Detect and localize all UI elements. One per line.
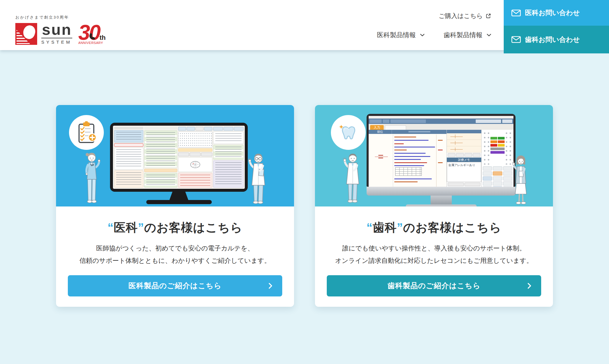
purchase-link-label: ご購入はこちら [439,12,483,20]
brand-name: sun [41,22,72,38]
input-tab[interactable]: 入力 [370,125,384,130]
title-emphasis: 歯科 [373,221,397,234]
monitor-stand [170,192,188,200]
dental-products-cta-button[interactable]: 歯科製品のご紹介はこちら [327,275,541,296]
description-line1: 医師協がつくった、初めてでも安心の電子カルテを、 [96,245,254,252]
dental-contact-button[interactable]: 歯科お問い合わせ [504,26,609,53]
menu-medical-label: 医科製品情報 [377,31,416,40]
memo-panel-title: 診療メモ [447,158,481,162]
doctor-illustration [247,152,270,206]
chevron-right-icon [528,283,531,289]
site-header: おかげさまで創立30周年 sun SYSTEM 30th ANNIVERSARY… [0,0,609,50]
anniversary-label: ANNIVERSARY [78,42,106,44]
soap-notes-panel [114,147,143,170]
chevron-right-icon [269,283,272,289]
logo[interactable]: おかげさまで創立30周年 sun SYSTEM 30th ANNIVERSARY [15,15,106,45]
external-link-icon [485,13,491,19]
patient-info-panel [114,130,143,142]
quote-open: “ [108,221,114,234]
medical-card: “医科”のお客様はこちら 医師協がつくった、初めてでも安心の電子カルテを、 信頼… [56,105,294,307]
title-emphasis: 医科 [114,221,138,234]
nurse-illustration [82,151,103,206]
tooth-notation-mark [375,157,388,157]
tooth-sketch-panel [178,157,212,172]
mouth-diagram-icon [189,160,202,169]
problem-list-panel [178,173,212,188]
tooth-chart-panel [482,130,513,187]
lab-results-panel [213,160,244,188]
monitor-base [406,204,477,206]
purchase-link[interactable]: ご購入はこちら [439,12,491,20]
title-rest: のお客様はこちら [403,221,502,234]
dental-software-monitor: 入力 部位 [367,114,516,206]
monitor-chin [367,187,516,196]
dental-card-hero: 入力 部位 [315,105,553,206]
brand-subname: SYSTEM [41,40,72,44]
description-line2: オンライン請求自動化に対応したレセコンにもご用意しています。 [335,257,533,264]
logo-wordmark: sun SYSTEM [41,22,72,45]
monitor-base [146,200,212,204]
dental-screen-mockup: 入力 部位 [369,116,513,187]
medical-badge [69,115,104,150]
medical-card-description: 医師協がつくった、初めてでも安心の電子カルテを、 信頼のサポート体制とともに、わ… [56,242,294,267]
anniversary-mark: 30th ANNIVERSARY [78,24,106,45]
treatment-list-panel: 部位 [369,130,447,187]
part-column-header: 部位 [369,130,392,134]
monitor-stand [431,196,452,204]
dentist-illustration [342,152,364,206]
command-buttons-grid [483,166,512,186]
history-tab[interactable] [385,125,406,130]
dental-contact-label: 歯科お問い合わせ [525,35,580,44]
calendar-panel [178,132,212,147]
quote-close: ” [138,221,144,234]
title-rest: のお客様はこちら [144,221,243,234]
description-line2: 信頼のサポート体制とともに、わかりやすくご紹介しています。 [79,257,270,264]
description-line1: 誰にでも使いやすい操作性と、導入後も安心のサポート体制。 [342,245,526,252]
monitor-bezel [110,123,248,192]
menu-medical-products[interactable]: 医科製品情報 [377,31,425,40]
dental-badge [331,115,366,150]
emr-screen-mockup [113,126,245,189]
memo-text: 金属アレルギーあり [447,162,481,182]
dental-card-body: “歯科”のお客様はこちら 誰にでも使いやすい操作性と、導入後も安心のサポート体制… [315,219,553,296]
dental-card-description: 誰にでも使いやすい操作性と、導入後も安心のサポート体制。 オンライン請求自動化に… [315,242,553,267]
sun-logo-mark [15,23,37,45]
medical-card-body: “医科”のお客様はこちら 医師協がつくった、初めてでも安心の電子カルテを、 信頼… [56,219,294,296]
tooth-status-buttons [490,137,505,154]
dental-card-title: “歯科”のお客様はこちら [315,219,553,236]
tooth-icon [337,122,359,143]
medical-contact-label: 医科お問い合わせ [525,8,580,17]
clipboard-checklist-icon [76,121,97,144]
dental-titlebar [369,119,513,124]
contact-buttons: 医科お問い合わせ 歯科お問い合わせ [504,0,609,53]
monitor-bezel: 入力 部位 [367,114,516,187]
medical-card-title: “医科”のお客様はこちら [56,219,294,236]
anniversary-suffix: th [100,34,106,41]
anniversary-number: 30 [78,21,99,44]
logo-tagline: おかげさまで創立30周年 [15,15,106,20]
header-nav: ご購入はこちら 医科製品情報 歯科製品情報 [377,12,491,40]
dental-card: 入力 部位 [315,105,553,307]
cta-label: 歯科製品のご紹介はこちら [388,281,481,291]
dental-middle-panel: 診療メモ 金属アレルギーあり [447,130,482,187]
medication-list-panel [144,130,177,168]
medical-contact-button[interactable]: 医科お問い合わせ [504,0,609,26]
medical-software-monitor [110,123,248,204]
menu-dental-products[interactable]: 歯科製品情報 [444,31,491,40]
mail-icon [511,36,521,43]
perio-chart-table [395,167,422,176]
chevron-down-icon [420,34,425,37]
quote-close: ” [397,221,403,234]
chevron-down-icon [487,34,491,37]
main-menu: 医科製品情報 歯科製品情報 [377,31,491,40]
medical-card-hero [56,105,294,206]
cta-label: 医科製品のご紹介はこちら [129,281,222,291]
quote-open: “ [367,221,373,234]
medical-products-cta-button[interactable]: 医科製品のご紹介はこちら [68,275,282,296]
female-staff-illustration [510,154,531,206]
menu-dental-label: 歯科製品情報 [444,31,482,40]
mail-icon [511,9,521,17]
